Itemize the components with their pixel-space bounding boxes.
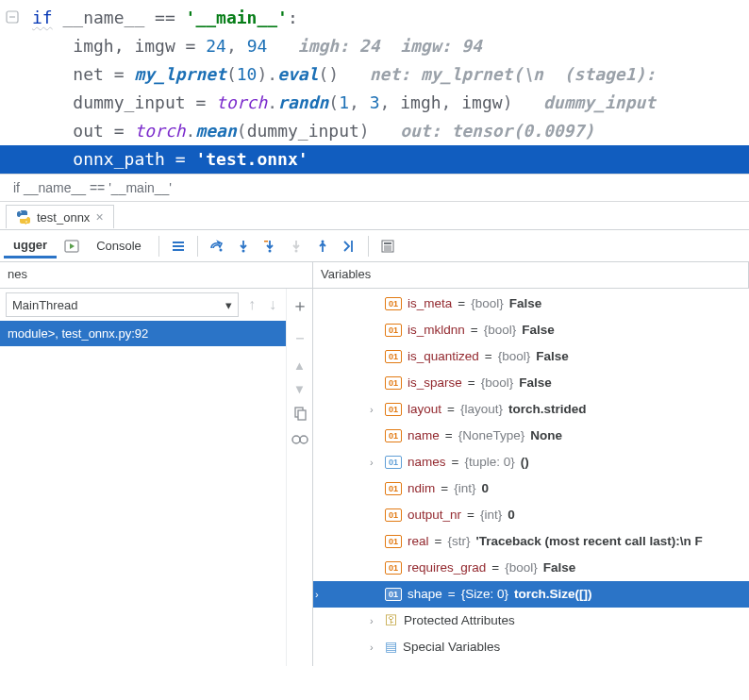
expand-icon[interactable]: ›	[370, 608, 374, 634]
bars-icon: ▤	[385, 634, 397, 660]
variable-name: names	[408, 449, 446, 475]
variable-row[interactable]: ›⚿Protected Attributes	[368, 608, 749, 634]
variable-row[interactable]: 01requires_grad = {bool} False	[368, 555, 749, 581]
svg-rect-7	[173, 249, 184, 251]
variable-value: None	[530, 423, 562, 449]
variable-row[interactable]: 01ndim = {int} 0	[368, 475, 749, 502]
variable-type: {bool}	[484, 317, 517, 343]
step-into-icon[interactable]	[232, 235, 255, 258]
variable-value: ()	[521, 449, 529, 475]
console-play-icon[interactable]	[60, 235, 83, 258]
evaluate-expression-icon[interactable]	[376, 235, 399, 258]
variable-type: {str}	[447, 528, 470, 555]
type-badge-icon: 01	[385, 350, 402, 363]
run-to-cursor-icon[interactable]	[338, 235, 360, 258]
frame-next-icon[interactable]: ↓	[265, 296, 280, 313]
variable-name: Protected Attributes	[404, 608, 515, 634]
tab-test-onnx[interactable]: test_onnx ×	[6, 205, 114, 228]
code-line[interactable]: net = my_lprnet(10).eval() net: my_lprne…	[17, 60, 749, 89]
left-tool-strip: ＋ － ▲ ▼	[286, 289, 312, 666]
pane-headers: nes Variables	[0, 262, 749, 289]
variable-value: 0	[508, 502, 515, 528]
add-icon[interactable]: ＋	[291, 294, 308, 317]
variable-value: False	[543, 555, 576, 581]
collapse-gutter-icon[interactable]	[4, 6, 21, 23]
python-icon	[16, 209, 31, 225]
variable-row[interactable]: 01real = {str} 'Traceback (most recent c…	[368, 528, 749, 555]
variable-row[interactable]: ›01names = {tuple: 0} ()	[368, 449, 749, 475]
variable-type: {Size: 0}	[461, 581, 508, 608]
step-out-icon[interactable]	[311, 235, 334, 258]
variable-row[interactable]: 01is_sparse = {bool} False	[368, 370, 749, 396]
key-icon: ⚿	[385, 608, 398, 634]
move-down-icon[interactable]: ▼	[293, 382, 306, 396]
type-badge-icon: 01	[385, 561, 402, 575]
type-badge-icon: 01	[385, 482, 402, 495]
variable-type: {bool}	[505, 555, 538, 581]
variable-row[interactable]: 01is_meta = {bool} False	[368, 291, 749, 317]
variable-value: False	[509, 291, 542, 317]
code-line[interactable]: dummy_input = torch.randn(1, 3, imgh, im…	[17, 89, 749, 117]
frame-row-selected[interactable]: module>, test_onnx.py:92	[0, 321, 286, 346]
remove-icon[interactable]: －	[291, 326, 308, 349]
variable-row[interactable]: 01is_mkldnn = {bool} False	[368, 317, 749, 343]
variable-type: {bool}	[471, 291, 504, 317]
glasses-icon[interactable]	[291, 433, 309, 449]
svg-point-27	[300, 436, 308, 443]
variable-row[interactable]: ›01layout = {layout} torch.strided	[368, 396, 749, 423]
code-line[interactable]: out = torch.mean(dummy_input) out: tenso…	[17, 117, 749, 145]
variable-name: Special Variables	[403, 634, 500, 660]
variable-row[interactable]: 01output_nr = {int} 0	[368, 502, 749, 528]
expand-icon[interactable]: ›	[370, 634, 374, 660]
code-line[interactable]: if __name__ == '__main__':	[17, 4, 749, 32]
variable-value: False	[519, 370, 552, 396]
variable-name: name	[408, 423, 440, 449]
svg-point-17	[321, 240, 324, 242]
frames-panel: MainThread ▾ ↑ ↓ module>, test_onnx.py:9…	[0, 289, 313, 666]
breadcrumb[interactable]: if __name__ == '__main__'	[0, 174, 749, 202]
variable-row[interactable]: 01name = {NoneType} None	[368, 423, 749, 449]
expand-icon[interactable]: ›	[315, 581, 319, 608]
svg-point-13	[268, 249, 271, 252]
expand-icon[interactable]: ›	[370, 396, 374, 423]
tab-console[interactable]: Console	[87, 235, 151, 257]
type-badge-icon: 01	[385, 456, 402, 469]
type-badge-icon: 01	[385, 508, 402, 522]
tab-title: test_onnx	[37, 210, 90, 225]
variable-row[interactable]: ›▤Special Variables	[368, 634, 749, 660]
thread-name: MainThread	[12, 298, 77, 312]
tab-close-icon[interactable]: ×	[95, 209, 103, 225]
expand-icon[interactable]: ›	[370, 449, 374, 475]
variable-row[interactable]: ›01shape = {Size: 0} torch.Size([])	[313, 581, 749, 608]
frame-prev-icon[interactable]: ↑	[244, 296, 259, 313]
svg-rect-5	[173, 242, 184, 243]
variable-name: is_sparse	[408, 370, 462, 396]
type-badge-icon: 01	[385, 588, 402, 601]
code-editor[interactable]: if __name__ == '__main__': imgh, imgw = …	[0, 0, 749, 174]
thread-selector[interactable]: MainThread ▾	[6, 292, 239, 317]
svg-rect-25	[298, 410, 306, 420]
step-into-my-icon[interactable]	[258, 235, 281, 258]
copy-icon[interactable]	[292, 406, 308, 424]
force-step-into-icon[interactable]	[285, 235, 308, 258]
variables-header: Variables	[313, 262, 749, 288]
variable-value: 0	[481, 475, 489, 502]
svg-rect-12	[264, 241, 268, 242]
variable-row[interactable]: 01is_quantized = {bool} False	[368, 343, 749, 370]
variable-type: {int}	[454, 475, 475, 502]
variable-value: False	[522, 317, 555, 343]
type-badge-icon: 01	[385, 297, 402, 310]
step-over-icon[interactable]	[206, 235, 228, 258]
variable-name: is_meta	[408, 291, 452, 317]
svg-point-3	[25, 221, 27, 223]
svg-rect-20	[384, 242, 391, 244]
svg-point-15	[294, 249, 297, 252]
code-line[interactable]: imgh, imgw = 24, 94 imgh: 24 imgw: 94	[17, 32, 749, 60]
type-badge-icon: 01	[385, 376, 402, 390]
code-line-current[interactable]: onnx_path = 'test.onnx'	[0, 145, 749, 174]
threads-icon[interactable]	[167, 235, 190, 258]
variable-value: False	[536, 343, 569, 370]
type-badge-icon: 01	[385, 429, 402, 442]
move-up-icon[interactable]: ▲	[293, 358, 306, 373]
tab-debugger[interactable]: ugger	[4, 234, 57, 258]
